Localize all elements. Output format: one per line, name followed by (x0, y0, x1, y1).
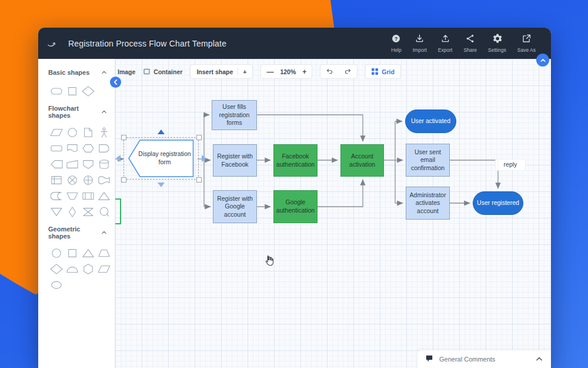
shape-flag[interactable] (96, 172, 112, 188)
redo-button[interactable] (339, 65, 357, 78)
section-title: Basic shapes (48, 69, 101, 76)
shape-triangle[interactable] (96, 188, 112, 204)
section-header-geometric-shapes[interactable]: Geometric shapes (48, 226, 107, 240)
shape-circle-plus[interactable] (80, 172, 96, 188)
zoom-out-button[interactable]: — (261, 65, 279, 78)
connect-down-arrow[interactable] (158, 183, 165, 187)
shape-parallelogram[interactable] (48, 124, 64, 140)
container-button[interactable]: Container (143, 68, 182, 75)
node-user-fills-registration-forms[interactable]: User fills registration forms (212, 100, 257, 130)
node-facebook-authentication[interactable]: Facebook authentication (273, 144, 318, 177)
shape-internal-storage[interactable] (48, 172, 64, 188)
node-google-authentication[interactable]: Google authentication (273, 190, 318, 223)
node-register-with-google-account[interactable]: Register with Google account (213, 190, 257, 223)
internal-storage-icon (49, 174, 64, 186)
node-account-activation[interactable]: Account activation (340, 144, 384, 177)
shape-triangle[interactable] (80, 245, 96, 261)
shape-hexagon[interactable] (80, 140, 96, 156)
selection-handle-0[interactable] (121, 135, 126, 140)
shape-circle[interactable] (64, 124, 80, 140)
image-button[interactable]: Image (115, 68, 135, 75)
insert-shape-button[interactable]: Insert shape + (190, 64, 253, 79)
shape-square[interactable] (64, 83, 80, 99)
zoom-in-button[interactable]: + (297, 65, 312, 78)
manual-input-icon (65, 158, 79, 170)
shape-off-page[interactable] (80, 156, 96, 172)
node-display-registration-form[interactable]: Display registration form (128, 140, 194, 177)
shape-rounded-rectangle[interactable] (48, 140, 64, 156)
shape-cylinder[interactable] (96, 156, 112, 172)
parallelogram-icon (97, 263, 111, 275)
grid-toggle-button[interactable]: Grid (365, 64, 401, 79)
shape-diamond[interactable] (48, 261, 64, 277)
node-label: User sent email confirmation (409, 148, 447, 173)
shape-predefined-process[interactable] (80, 188, 96, 204)
shape-narrow-diamond[interactable] (64, 204, 80, 220)
node-user-activated[interactable]: User activated (405, 110, 456, 133)
header-action-import[interactable]: Import (413, 34, 427, 53)
selection-handle-1[interactable] (196, 135, 202, 140)
svg-text:?: ? (395, 36, 397, 42)
node-administrator-activates-account[interactable]: Administrator activates account (406, 187, 450, 220)
node-user-sent-email-confirmation[interactable]: User sent email confirmation (406, 144, 450, 177)
header-action-save-as[interactable]: Save As (517, 34, 536, 53)
section-title: Geometric shapes (48, 226, 101, 240)
shape-data-left[interactable] (48, 156, 64, 172)
document-title: Registration Process Flow Chart Template (68, 39, 391, 48)
shape-parallelogram[interactable] (96, 261, 112, 277)
selection-handle-3[interactable] (196, 177, 202, 183)
app-logo-icon (46, 38, 58, 49)
shape-diamond[interactable] (80, 83, 96, 99)
shape-delay[interactable] (96, 140, 112, 156)
shape-wavy-document[interactable] (64, 140, 80, 156)
partially-visible-green-shape[interactable] (115, 198, 121, 224)
section-basic-shapes: Basic shapes (48, 67, 115, 99)
section-header-basic-shapes[interactable]: Basic shapes (48, 67, 107, 78)
shape-square[interactable] (64, 245, 80, 261)
comments-chevron-up-icon[interactable] (536, 354, 543, 364)
ellipse-icon (49, 279, 64, 291)
redo-icon (344, 68, 352, 74)
shape-triangle-down[interactable] (48, 204, 64, 220)
hand-cursor (263, 254, 275, 267)
comments-bar[interactable]: General Comments (417, 350, 551, 368)
shapes-panel: Basic shapesFlowchart shapesGeometric sh… (38, 59, 115, 368)
shape-person[interactable] (96, 124, 112, 140)
shape-stadium[interactable] (48, 83, 64, 99)
shape-trapezoid[interactable] (96, 245, 112, 261)
app-body: Basic shapesFlowchart shapesGeometric sh… (38, 59, 551, 368)
export-icon (440, 34, 450, 45)
connect-right-arrow[interactable] (202, 155, 206, 162)
grid-icon (372, 68, 378, 75)
node-label: Display registration form (138, 150, 192, 166)
header-collapse-button[interactable] (536, 54, 549, 67)
shape-semicircle[interactable] (64, 261, 80, 277)
header-action-share[interactable]: Share (463, 34, 477, 53)
shape-circle-cross[interactable] (64, 172, 80, 188)
node-reply-label: reply (495, 159, 526, 171)
connect-left-arrow[interactable] (116, 155, 121, 162)
section-header-flowchart-shapes[interactable]: Flowchart shapes (48, 105, 107, 119)
shape-manual-operation[interactable] (64, 188, 80, 204)
header-action-export[interactable]: Export (438, 34, 453, 53)
connect-up-arrow[interactable] (158, 130, 165, 134)
sidebar-collapse-button[interactable] (110, 77, 121, 88)
node-register-with-facebook[interactable]: Register with Facebook (213, 144, 257, 177)
undo-button[interactable] (320, 65, 339, 78)
shape-circle[interactable] (48, 245, 64, 261)
shape-sequential-storage[interactable] (96, 204, 112, 220)
shape-document[interactable] (80, 124, 96, 140)
shape-hexagon-pointy[interactable] (80, 261, 96, 277)
node-user-registered[interactable]: User registered (473, 191, 523, 215)
container-icon (143, 68, 151, 75)
header-action-settings[interactable]: Settings (488, 34, 506, 53)
header-action-help[interactable]: ?Help (391, 34, 401, 53)
selection-handle-2[interactable] (121, 177, 126, 183)
shape-stored-data[interactable] (48, 188, 64, 204)
connector (257, 115, 363, 141)
shape-manual-input[interactable] (64, 156, 80, 172)
shape-collate[interactable] (80, 204, 96, 220)
node-label: User fills registration forms (215, 103, 254, 127)
diagram-canvas[interactable]: Image Container Insert shape + — 120% + (115, 59, 551, 368)
shape-ellipse[interactable] (48, 277, 64, 293)
